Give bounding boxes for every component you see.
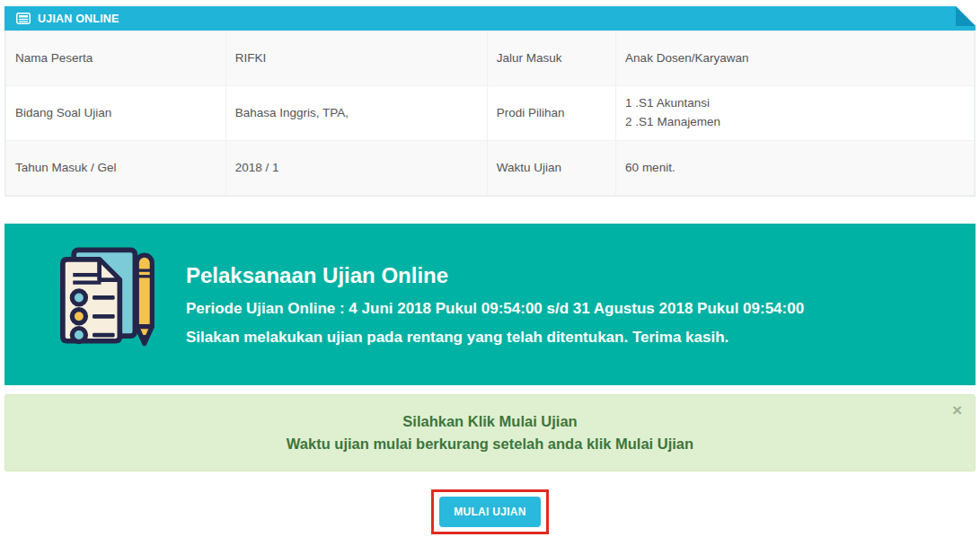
- banner-period: Periode Ujian Online : 4 Juni 2018 Pukul…: [186, 300, 804, 318]
- field-label: Tahun Masuk / Gel: [6, 141, 226, 196]
- prodi-line: 2 .S1 Manajemen: [625, 113, 965, 132]
- field-value: 60 menit.: [616, 141, 975, 196]
- annotation-highlight-box: MULAI UJIAN: [431, 489, 549, 534]
- ujian-online-panel: UJIAN ONLINE Nama Peserta RIFKI Jalur Ma…: [4, 6, 976, 197]
- banner-note: Silakan melakukan ujian pada rentang yan…: [186, 329, 804, 347]
- banner-title: Pelaksanaan Ujian Online: [186, 263, 804, 288]
- alert-line-2: Waktu ujian mulai berkurang setelah anda…: [41, 433, 939, 455]
- alert-line-1: Silahkan Klik Mulai Ujian: [41, 410, 939, 433]
- table-row: Tahun Masuk / Gel 2018 / 1 Waktu Ujian 6…: [6, 141, 975, 196]
- table-row: Bidang Soal Ujian Bahasa Inggris, TPA, P…: [6, 86, 975, 141]
- field-value: Anak Dosen/Karyawan: [616, 31, 975, 86]
- page: UJIAN ONLINE Nama Peserta RIFKI Jalur Ma…: [0, 0, 980, 534]
- field-label: Waktu Ujian: [487, 141, 615, 196]
- mulai-ujian-button[interactable]: MULAI UJIAN: [439, 497, 541, 527]
- table-row: Nama Peserta RIFKI Jalur Masuk Anak Dose…: [6, 31, 975, 86]
- field-value: RIFKI: [225, 31, 487, 86]
- exam-period-banner: Pelaksanaan Ujian Online Periode Ujian O…: [4, 224, 976, 385]
- field-label: Jalur Masuk: [487, 31, 615, 86]
- panel-title: UJIAN ONLINE: [38, 13, 119, 25]
- button-row: MULAI UJIAN: [4, 489, 976, 534]
- corner-fold-decoration: [956, 6, 976, 26]
- field-label: Bidang Soal Ujian: [6, 86, 226, 141]
- field-label: Prodi Pilihan: [487, 86, 615, 141]
- panel-header: UJIAN ONLINE: [4, 6, 976, 31]
- field-value: 2018 / 1: [225, 141, 487, 196]
- prodi-line: 1 .S1 Akuntansi: [625, 94, 965, 113]
- exam-info-table: Nama Peserta RIFKI Jalur Masuk Anak Dose…: [5, 31, 975, 196]
- checklist-pencil-icon: [45, 242, 157, 367]
- field-label: Nama Peserta: [6, 31, 226, 86]
- field-value: 1 .S1 Akuntansi 2 .S1 Manajemen: [616, 86, 975, 141]
- start-exam-alert: × Silahkan Klik Mulai Ujian Waktu ujian …: [4, 394, 976, 471]
- close-icon[interactable]: ×: [952, 401, 962, 418]
- field-value: Bahasa Inggris, TPA,: [225, 86, 487, 141]
- table-icon: [16, 13, 31, 24]
- banner-text: Pelaksanaan Ujian Online Periode Ujian O…: [186, 263, 804, 347]
